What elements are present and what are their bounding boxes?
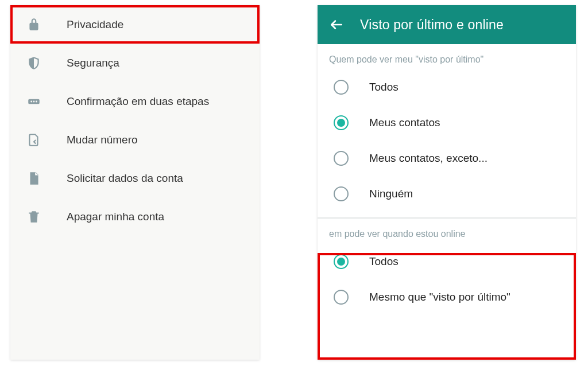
settings-item-label: Privacidade bbox=[67, 18, 123, 31]
radio-icon bbox=[334, 290, 349, 305]
svg-point-1 bbox=[30, 100, 32, 102]
radio-label: Todos bbox=[369, 81, 399, 94]
radio-option-my-contacts[interactable]: Meus contatos bbox=[318, 105, 576, 141]
document-icon bbox=[26, 171, 41, 186]
settings-item-label: Apagar minha conta bbox=[67, 211, 164, 223]
appbar: Visto por último e online bbox=[318, 5, 576, 44]
sim-icon bbox=[26, 133, 41, 147]
settings-item-delete-account[interactable]: Apagar minha conta bbox=[10, 197, 260, 236]
section-header: Quem pode ver meu "visto por último" bbox=[318, 54, 576, 69]
radio-icon bbox=[334, 115, 349, 130]
svg-point-3 bbox=[36, 100, 37, 102]
radio-option-online-same-as-last-seen[interactable]: Mesmo que "visto por último" bbox=[318, 279, 576, 315]
radio-label: Mesmo que "visto por último" bbox=[369, 291, 510, 303]
radio-label: Meus contatos, exceto... bbox=[369, 152, 488, 165]
svg-point-2 bbox=[33, 100, 35, 102]
shield-icon bbox=[26, 56, 41, 71]
section-last-seen: Quem pode ver meu "visto por último" Tod… bbox=[318, 44, 576, 212]
settings-item-privacy[interactable]: Privacidade bbox=[10, 5, 260, 44]
section-online: em pode ver quando estou online Todos Me… bbox=[318, 219, 576, 315]
appbar-title: Visto por último e online bbox=[360, 17, 504, 33]
settings-item-request-data[interactable]: Solicitar dados da conta bbox=[10, 159, 260, 197]
radio-icon bbox=[334, 254, 349, 269]
radio-label: Ninguém bbox=[369, 188, 413, 200]
settings-panel: Privacidade Segurança Confirmação em dua… bbox=[10, 5, 260, 360]
radio-icon bbox=[334, 186, 349, 201]
radio-icon bbox=[334, 80, 349, 95]
settings-item-label: Segurança bbox=[67, 57, 119, 69]
trash-icon bbox=[26, 209, 41, 224]
section-header: em pode ver quando estou online bbox=[318, 229, 576, 244]
last-seen-panel: Visto por último e online Quem pode ver … bbox=[318, 5, 576, 360]
radio-icon bbox=[334, 151, 349, 166]
radio-option-nobody[interactable]: Ninguém bbox=[318, 176, 576, 212]
lock-icon bbox=[26, 17, 41, 32]
settings-item-label: Solicitar dados da conta bbox=[67, 172, 183, 185]
radio-option-contacts-except[interactable]: Meus contatos, exceto... bbox=[318, 141, 576, 176]
settings-item-two-step[interactable]: Confirmação em duas etapas bbox=[10, 82, 260, 120]
radio-label: Meus contatos bbox=[369, 116, 440, 129]
radio-option-online-everyone[interactable]: Todos bbox=[318, 244, 576, 279]
settings-item-label: Confirmação em duas etapas bbox=[67, 95, 209, 108]
radio-option-everyone[interactable]: Todos bbox=[318, 69, 576, 105]
pin-icon bbox=[26, 94, 41, 109]
back-icon[interactable] bbox=[329, 17, 344, 32]
settings-item-security[interactable]: Segurança bbox=[10, 44, 260, 82]
settings-item-label: Mudar número bbox=[67, 134, 138, 146]
radio-label: Todos bbox=[369, 255, 399, 268]
settings-item-change-number[interactable]: Mudar número bbox=[10, 120, 260, 159]
settings-list: Privacidade Segurança Confirmação em dua… bbox=[10, 5, 260, 236]
